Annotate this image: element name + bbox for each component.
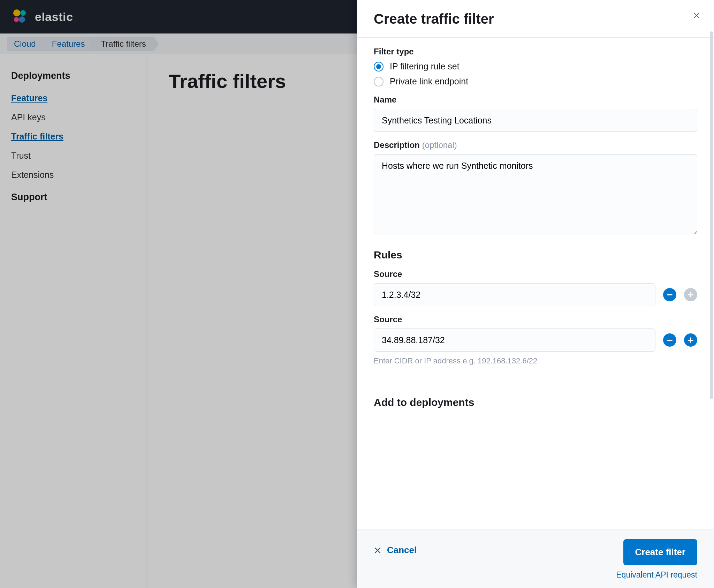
radio-checked-icon [374, 62, 383, 71]
plus-icon [688, 292, 693, 297]
name-label: Name [374, 95, 697, 105]
flyout-title: Create traffic filter [357, 0, 714, 38]
flyout-footer: Cancel Create filter Equivalent API requ… [357, 529, 714, 588]
source-label-1: Source [374, 315, 697, 324]
radio-ip-label: IP filtering rule set [390, 61, 459, 71]
cancel-button[interactable]: Cancel [374, 539, 417, 561]
source-input-0[interactable] [374, 283, 655, 306]
minus-icon [667, 294, 673, 295]
radio-unchecked-icon [374, 77, 383, 86]
close-icon [374, 546, 381, 554]
rules-heading: Rules [374, 249, 697, 261]
name-input[interactable] [374, 109, 697, 132]
source-help-text: Enter CIDR or IP address e.g. 192.168.13… [374, 356, 697, 365]
source-input-1[interactable] [374, 329, 655, 352]
add-rule-button[interactable] [684, 333, 697, 347]
radio-ip-filtering[interactable]: IP filtering rule set [374, 61, 697, 71]
equivalent-api-request-link[interactable]: Equivalent API request [616, 570, 697, 580]
filter-type-label: Filter type [374, 47, 697, 56]
rule-row-1 [374, 329, 697, 352]
close-button[interactable] [690, 8, 704, 22]
plus-icon [688, 337, 693, 343]
create-filter-button[interactable]: Create filter [623, 539, 698, 565]
rule-row-0 [374, 283, 697, 306]
create-filter-flyout: Create traffic filter Filter type IP fil… [357, 0, 714, 588]
radio-private-link[interactable]: Private link endpoint [374, 76, 697, 86]
flyout-body[interactable]: Filter type IP filtering rule set Privat… [357, 38, 714, 529]
radio-pl-label: Private link endpoint [390, 76, 468, 86]
remove-rule-button[interactable] [663, 288, 676, 301]
minus-icon [667, 340, 673, 341]
source-label-0: Source [374, 269, 697, 279]
description-label: Description (optional) [374, 140, 697, 150]
add-to-deployments-heading: Add to deployments [374, 397, 697, 408]
add-rule-button-disabled [684, 288, 697, 301]
divider [374, 381, 697, 381]
description-textarea[interactable]: Hosts where we run Synthetic monitors [374, 154, 697, 234]
remove-rule-button[interactable] [663, 333, 676, 347]
close-icon [693, 12, 700, 19]
